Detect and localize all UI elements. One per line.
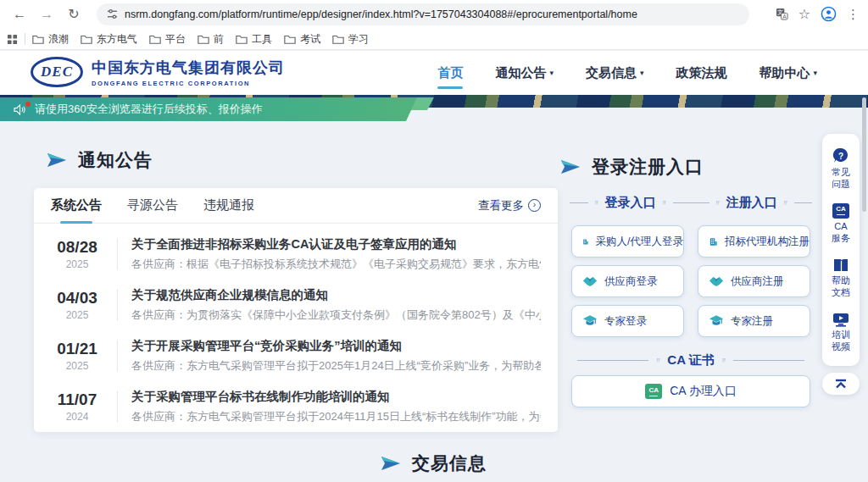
bookmark-folder[interactable]: 浪潮 [32, 32, 69, 47]
apps-grid-icon[interactable] [7, 34, 18, 45]
handshake-icon [582, 275, 598, 288]
buyer-agent-login-button[interactable]: 采购人/代理人登录 [571, 225, 684, 258]
menu-kebab-icon[interactable]: ⋮ [847, 7, 860, 22]
back-to-top-button[interactable] [822, 373, 860, 395]
item-title[interactable]: 关于规范供应商企业规模信息的通知 [131, 287, 541, 303]
tab-violation-reports[interactable]: 违规通报 [203, 188, 254, 224]
reload-icon[interactable]: ↻ [63, 3, 85, 25]
forward-icon[interactable]: → [36, 3, 58, 25]
divider [117, 238, 118, 270]
nav-announcements[interactable]: 通知公告▾ [495, 65, 554, 81]
nav-trade-info[interactable]: 交易信息▾ [586, 65, 644, 81]
bookmark-folder[interactable]: 工具 [236, 32, 272, 47]
supplier-register-button[interactable]: 供应商注册 [698, 265, 810, 297]
chevron-down-icon: ▾ [640, 69, 644, 77]
item-date: 04/03 [51, 289, 103, 307]
list-item[interactable]: 08/28 2025 关于全面推进非招标采购业务CA认证及电子签章应用的通知 各… [51, 229, 541, 280]
chevron-up-icon [834, 379, 848, 389]
folder-icon [284, 34, 296, 44]
login-register-subheaders: 〃 登录入口 〃 〃 注册入口 〃 [570, 195, 812, 211]
register-entry-header: 〃 注册入口 〃 [691, 195, 812, 211]
divider [117, 391, 118, 423]
floating-side-panel: ? 常见问题 CA CA 服务 帮助文档 培训视频 [822, 134, 860, 366]
item-year: 2025 [51, 360, 103, 372]
announcements-section-header: 通知公告 [47, 148, 153, 172]
item-desc: 各供应商：根据《电子招标投标系统技术规范》《电子采购交易规范》要求，东方电气采购… [131, 257, 541, 272]
chevron-down-icon: ▾ [813, 69, 817, 77]
item-date: 11/07 [51, 391, 103, 409]
graduation-cap-icon [582, 314, 598, 328]
browser-toolbar: ← → ↻ nsrm.dongfang.com/platform/runtime… [0, 0, 868, 28]
list-item[interactable]: 01/21 2025 关于开展采购管理平台“竞价采购业务”培训的通知 各供应商：… [51, 330, 541, 381]
translate-icon[interactable]: 文A [776, 8, 788, 20]
speaker-icon [14, 104, 26, 115]
building-icon [709, 235, 718, 249]
ca-card-icon: CA [832, 203, 849, 219]
bookmark-star-icon[interactable]: ☆ [798, 6, 810, 22]
login-register-buttons: 采购人/代理人登录 招标代理机构注册 供应商登录 供应商注册 专家登录 专家注册 [571, 225, 810, 337]
back-icon[interactable]: ← [8, 3, 31, 25]
section-title: 登录注册入口 [592, 155, 704, 179]
nav-help-center[interactable]: 帮助中心▾ [759, 65, 817, 81]
item-year: 2024 [51, 411, 103, 423]
bookmark-folder[interactable]: 东方电气 [81, 32, 137, 47]
nav-home[interactable]: 首页 [437, 65, 463, 81]
announcements-list: 08/28 2025 关于全面推进非招标采购业务CA认证及电子签章应用的通知 各… [34, 224, 558, 432]
site-header: DEC 中国东方电气集团有限公司 DONGFANG ELECTRIC CORPO… [0, 51, 868, 95]
training-video-icon [832, 312, 849, 327]
bookmark-folder[interactable]: 前 [198, 32, 224, 47]
folder-icon [198, 34, 209, 44]
help-doc-widget[interactable]: 帮助文档 [830, 258, 852, 299]
section-arrow-icon [561, 158, 580, 175]
divider [117, 340, 118, 372]
faq-widget[interactable]: ? 常见问题 [830, 147, 852, 191]
item-desc: 各供应商：东方电气采购管理平台拟于2025年1月24日上线“竞价采购”业务，为帮… [131, 358, 541, 374]
section-arrow-icon [47, 152, 66, 169]
item-title[interactable]: 关于采购管理平台标书在线制作功能培训的通知 [131, 389, 541, 405]
ca-icon: CA [645, 384, 662, 399]
expert-register-button[interactable]: 专家注册 [698, 305, 810, 337]
svg-text:?: ? [838, 151, 843, 160]
notice-text: 请使用360安全浏览器进行后续投标、报价操作 [35, 102, 263, 117]
bookmarks-bar: 浪潮 东方电气 平台 前 工具 考试 学习 [0, 28, 868, 50]
view-more-link[interactable]: 查看更多 › [478, 198, 541, 213]
chevron-down-icon: ▾ [549, 69, 554, 77]
announcements-tabs: 系统公告 寻源公告 违规通报 查看更多 › [34, 188, 558, 224]
supplier-login-button[interactable]: 供应商登录 [571, 265, 684, 297]
trade-info-section-header: 交易信息 [0, 452, 868, 475]
bidding-agency-register-button[interactable]: 招标代理机构注册 [698, 225, 810, 258]
brand-logo[interactable]: DEC 中国东方电气集团有限公司 DONGFANG ELECTRIC CORPO… [31, 57, 285, 87]
page-scrollbar[interactable] [862, 97, 866, 212]
expert-login-button[interactable]: 专家登录 [571, 305, 684, 337]
bookmark-folder[interactable]: 平台 [149, 32, 186, 47]
nav-policies[interactable]: 政策法规 [676, 65, 726, 81]
list-item[interactable]: 11/07 2024 关于采购管理平台标书在线制作功能培训的通知 各供应商：东方… [51, 381, 541, 432]
training-video-widget[interactable]: 培训视频 [830, 312, 852, 353]
divider [117, 289, 118, 321]
ca-certificate-header: 〃 CA 证书 〃 [571, 352, 810, 368]
bookmark-folder[interactable]: 考试 [284, 32, 320, 47]
help-doc-icon [832, 258, 849, 273]
item-title[interactable]: 关于开展采购管理平台“竞价采购业务”培训的通知 [131, 338, 541, 354]
folder-icon [149, 34, 161, 44]
tab-system-announcements[interactable]: 系统公告 [51, 188, 102, 224]
list-item[interactable]: 04/03 2025 关于规范供应商企业规模信息的通知 各供应商：为贯彻落实《保… [51, 280, 541, 330]
bookmark-folder[interactable]: 学习 [332, 32, 369, 47]
address-bar[interactable]: nsrm.dongfang.com/platform/runtime/epp/d… [97, 3, 749, 25]
ca-service-widget[interactable]: CA CA 服务 [830, 203, 852, 245]
login-register-section-header: 登录注册入口 [561, 155, 704, 179]
graduation-cap-icon [709, 314, 724, 328]
ca-apply-button[interactable]: CA CA 办理入口 [571, 375, 810, 407]
folder-icon [332, 34, 344, 44]
item-title[interactable]: 关于全面推进非招标采购业务CA认证及电子签章应用的通知 [131, 236, 541, 252]
url-text[interactable]: nsrm.dongfang.com/platform/runtime/epp/d… [125, 8, 637, 20]
profile-avatar-icon[interactable] [821, 6, 837, 22]
svg-text:A: A [782, 14, 787, 19]
tab-sourcing-announcements[interactable]: 寻源公告 [127, 188, 178, 224]
building-icon [582, 235, 589, 249]
site-settings-icon[interactable] [107, 8, 118, 19]
folder-icon [81, 34, 92, 44]
arrow-right-circle-icon: › [528, 199, 541, 212]
browser-notice-banner: 请使用360安全浏览器进行后续投标、报价操作 [0, 97, 417, 121]
item-date: 01/21 [51, 340, 103, 358]
